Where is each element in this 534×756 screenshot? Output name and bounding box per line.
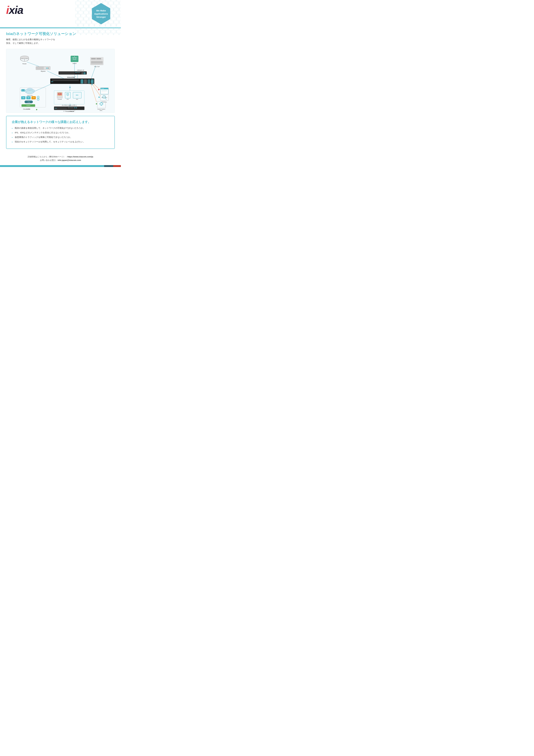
ids-label: IDS [76, 99, 78, 100]
switch-label: Switch [72, 63, 76, 64]
svg-point-134 [98, 96, 100, 98]
svg-point-86 [26, 90, 34, 94]
svg-rect-77 [84, 79, 87, 84]
visionone-label: VisionONE™ [67, 76, 76, 78]
svg-rect-38 [76, 72, 77, 73]
svg-point-27 [46, 68, 47, 68]
svg-rect-113 [69, 107, 70, 108]
svg-text:APM...: APM... [100, 110, 103, 111]
svg-rect-52 [52, 80, 53, 81]
svg-rect-36 [59, 72, 75, 74]
svg-point-137 [100, 103, 102, 105]
inline-security-label: インラインセキュリティ [62, 105, 77, 106]
svg-rect-117 [76, 107, 77, 108]
svg-point-122 [102, 88, 103, 89]
ibypass-label: iBypass [41, 70, 46, 72]
svg-rect-40 [78, 72, 79, 73]
list-item: IPS、IDSなどのメンテナンスを安全に行えないだろうか。 [12, 131, 109, 135]
svg-rect-116 [74, 107, 75, 108]
svg-rect-58 [59, 80, 60, 81]
vpb-label: vPB [32, 97, 35, 98]
svg-rect-57 [58, 80, 59, 81]
hypervisor-label: Hypervisor [27, 94, 33, 96]
svg-rect-30 [71, 56, 78, 62]
footer: 詳細情報はこちらから（弊社Webページ）：https://www.ixiacom… [6, 153, 115, 162]
footer-line1: 詳細情報はこちらから（弊社Webページ）：https://www.ixiacom… [12, 155, 109, 158]
threatarmor-label: 🛡 ThreatARMOR™ [63, 110, 75, 112]
svg-rect-49 [91, 61, 103, 63]
info-box-list: 既存の資産を有効活用して、ネットワークの可視化ができないだろうか。 IPS、ID… [12, 126, 109, 144]
info-box-title: 企業が抱えるネットワークの様々な課題にお応えします。 [12, 120, 109, 124]
svg-rect-43 [83, 72, 86, 74]
svg-rect-140 [99, 103, 100, 104]
svg-text:IXIA: IXIA [91, 81, 93, 82]
svg-rect-64 [67, 80, 67, 81]
svg-rect-59 [61, 80, 62, 81]
svg-point-129 [98, 89, 99, 90]
section-subtitle: 物理、仮想にまたがる企業の複雑なネットワークを 安全、そして確実に可視化します。 [6, 38, 115, 45]
svg-rect-62 [64, 80, 65, 81]
svg-rect-138 [101, 102, 102, 103]
svg-rect-115 [72, 107, 73, 108]
svg-rect-68 [71, 80, 72, 81]
info-box: 企業が抱えるネットワークの様々な課題にお応えします。 既存の資産を有効活用して、… [6, 116, 115, 149]
main-content: Ixiaのネットワーク可視化ソリューション 物理、仮想にまたがる企業の複雑なネッ… [0, 31, 121, 162]
diagram-svg: Router iBypass Switch [6, 49, 115, 113]
xstream-label: xStream 40 [77, 69, 84, 71]
svg-rect-55 [56, 80, 57, 81]
teal-stripe [0, 27, 121, 28]
svg-rect-54 [55, 80, 55, 81]
svg-rect-61 [63, 80, 64, 81]
bottom-bar-teal [0, 165, 104, 167]
svg-point-28 [47, 68, 48, 68]
vtap-label: vTap [27, 101, 30, 103]
footer-line2: お問い合わせ窓口：info-japan@ixiacom.com [12, 158, 109, 162]
svg-rect-78 [88, 79, 90, 84]
svg-rect-67 [70, 80, 71, 81]
svg-rect-39 [77, 72, 78, 73]
packet-capture-label: Packet Capture [97, 109, 105, 110]
firewall-label: Firewall [58, 99, 62, 100]
network-diagram: Router iBypass Switch [6, 49, 115, 113]
section-title: Ixiaのネットワーク可視化ソリューション [6, 31, 115, 36]
svg-rect-71 [75, 80, 76, 81]
forensics-label: Forensics [102, 101, 107, 103]
svg-rect-114 [71, 107, 72, 108]
svg-rect-56 [57, 80, 58, 81]
svg-point-143 [96, 103, 97, 104]
svg-text:IXIA: IXIA [55, 108, 57, 109]
vm2-label: VM [28, 97, 29, 98]
svg-point-19 [91, 84, 93, 85]
svg-rect-60 [62, 80, 63, 81]
svg-rect-89 [22, 90, 24, 90]
svg-rect-66 [69, 80, 70, 81]
svg-rect-76 [81, 79, 83, 84]
svg-rect-26 [36, 67, 44, 69]
svg-rect-41 [79, 72, 80, 73]
svg-rect-124 [101, 90, 108, 94]
list-item: 既存の資産を有効活用して、ネットワークの可視化ができないだろうか。 [12, 126, 109, 130]
svg-text:IXIA: IXIA [51, 81, 53, 82]
ips-label: IPS [67, 99, 69, 100]
bottom-bar-dark [104, 165, 113, 167]
svg-rect-69 [73, 80, 74, 81]
list-item: 現在のセキュリティツールを利用して、セキュリティレベルを上げたい。 [12, 140, 109, 144]
svg-rect-112 [68, 107, 69, 108]
svg-point-132 [103, 96, 105, 98]
header: ixia We Make Applications Stronger [0, 0, 121, 27]
svg-rect-104 [58, 95, 62, 95]
svg-rect-37 [75, 72, 76, 73]
hex-badge: We Make Applications Stronger [91, 3, 115, 24]
svg-point-24 [20, 56, 29, 59]
vswitch-label: vSwitch [26, 105, 30, 106]
svg-rect-141 [102, 103, 103, 104]
bottom-bar-red [113, 165, 121, 167]
svg-rect-73 [77, 80, 78, 81]
svg-rect-103 [58, 94, 62, 94]
svg-rect-70 [74, 80, 75, 81]
svg-point-121 [101, 88, 102, 89]
svg-rect-53 [53, 80, 54, 81]
svg-rect-47 [91, 58, 96, 59]
cloudlens-label: CloudLENS [23, 108, 30, 110]
flextap-label: Flex TAP [94, 66, 100, 68]
